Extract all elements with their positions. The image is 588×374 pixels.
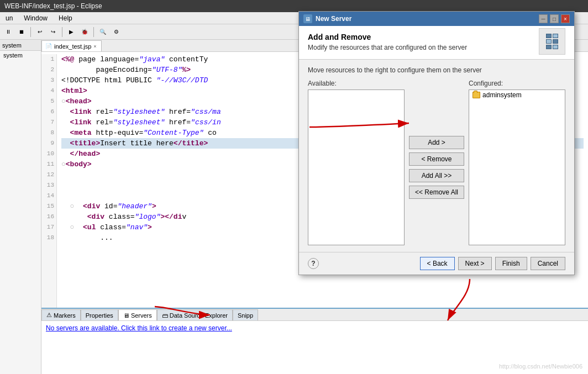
toolbar-btn-settings[interactable]: ⚙ <box>110 26 122 38</box>
finish-button[interactable]: Finish <box>495 257 527 270</box>
dialog-body: Move resources to the right to configure… <box>299 60 574 252</box>
tab-snippets[interactable]: Snipp <box>233 309 258 320</box>
configured-item-label: adminsystem <box>482 91 522 99</box>
folder-icon <box>473 92 480 98</box>
tab-datasource[interactable]: 🗃 Data Source Explorer <box>157 309 233 320</box>
toolbar-btn-stop[interactable]: ⏹ <box>15 26 28 38</box>
tab-markers-icon: ⚠ <box>46 312 52 319</box>
toolbar-separator <box>30 27 31 37</box>
add-all-button[interactable]: Add All >> <box>409 169 464 182</box>
configured-column: Configured: adminsystem <box>469 80 565 245</box>
tab-markers[interactable]: ⚠ Markers <box>41 309 81 320</box>
back-button[interactable]: < Back <box>420 257 455 270</box>
next-button[interactable]: Next > <box>458 257 492 270</box>
tab-close-btn[interactable]: × <box>93 44 96 49</box>
bottom-tabs: ⚠ Markers Properties 🖥 Servers 🗃 Data So… <box>41 309 588 321</box>
tab-markers-label: Markers <box>54 312 76 319</box>
create-server-link[interactable]: No servers are available. Click this lin… <box>46 324 232 332</box>
toolbar-separator-3 <box>93 27 94 37</box>
menu-window[interactable]: Window <box>20 13 51 23</box>
tab-file-icon: 📄 <box>45 43 52 49</box>
dialog-columns: Available: Add > < Remove Add All >> << … <box>308 80 565 245</box>
tab-servers[interactable]: 🖥 Servers <box>118 309 157 320</box>
dialog-minimize-btn[interactable]: ─ <box>539 14 548 23</box>
watermark: http://blog.csdn.net/Newbie006 <box>499 363 582 370</box>
tab-filename: index_test.jsp <box>54 43 91 50</box>
dialog-controls: ─ □ × <box>539 14 570 23</box>
tab-servers-label: Servers <box>131 312 152 319</box>
center-buttons: Add > < Remove Add All >> << Remove All <box>409 80 464 245</box>
sidebar-label: system <box>2 42 22 49</box>
toolbar-btn-run[interactable]: ▶ <box>65 26 77 38</box>
available-listbox[interactable] <box>308 89 405 245</box>
dialog-instruction: Move resources to the right to configure… <box>308 66 565 74</box>
toolbar-btn-forward[interactable]: ↪ <box>47 26 59 38</box>
cancel-button[interactable]: Cancel <box>531 257 565 270</box>
configured-label: Configured: <box>469 80 565 87</box>
available-label: Available: <box>308 80 405 87</box>
tab-properties-label: Properties <box>86 312 113 319</box>
available-column: Available: <box>308 80 405 245</box>
menu-un[interactable]: un <box>2 13 16 23</box>
sidebar-header: system <box>0 40 41 51</box>
sidebar: system system <box>0 40 41 374</box>
dialog-maximize-btn[interactable]: □ <box>550 14 559 23</box>
tab-servers-icon: 🖥 <box>123 312 129 319</box>
toolbar-btn-debug[interactable]: 🐞 <box>78 26 91 38</box>
editor-tab-index[interactable]: 📄 index_test.jsp × <box>41 40 102 51</box>
dialog-server-icon: 🖥 <box>303 14 312 23</box>
dialog-title-text: New Server <box>316 15 351 23</box>
toolbar-btn-pause[interactable]: ⏸ <box>2 26 14 38</box>
bottom-content: No servers are available. Click this lin… <box>41 321 588 335</box>
dialog-titlebar: 🖥 New Server ─ □ × <box>299 12 574 26</box>
tab-snippets-label: Snipp <box>238 312 253 319</box>
dialog-footer: ? < Back Next > Finish Cancel <box>299 252 574 275</box>
ide-window: WEB-INF/index_test.jsp - Eclipse un Wind… <box>0 0 588 374</box>
dialog-header-desc: Modify the resources that are configured… <box>308 44 467 51</box>
help-button[interactable]: ? <box>308 258 319 269</box>
toolbar-btn-search[interactable]: 🔍 <box>97 26 109 38</box>
toolbar-btn-back[interactable]: ↩ <box>34 26 46 38</box>
configured-listbox[interactable]: adminsystem <box>469 89 565 245</box>
remove-all-button[interactable]: << Remove All <box>409 186 464 199</box>
configured-item-adminsystem[interactable]: adminsystem <box>469 90 565 100</box>
menu-help[interactable]: Help <box>55 13 76 23</box>
dialog-title-left: 🖥 New Server <box>303 14 351 23</box>
sidebar-item-system[interactable]: system <box>0 51 41 60</box>
add-button[interactable]: Add > <box>409 136 464 149</box>
title-bar: WEB-INF/index_test.jsp - Eclipse <box>0 0 588 12</box>
dialog-close-btn[interactable]: × <box>561 14 570 23</box>
tab-datasource-icon: 🗃 <box>162 312 168 319</box>
toolbar-separator-2 <box>62 27 62 37</box>
dialog-header-server-image <box>539 28 565 55</box>
title-bar-text: WEB-INF/index_test.jsp - Eclipse <box>4 2 102 10</box>
remove-button[interactable]: < Remove <box>409 152 464 166</box>
dialog-footer-right: < Back Next > Finish Cancel <box>420 257 565 270</box>
tab-properties[interactable]: Properties <box>81 309 118 320</box>
tab-datasource-label: Data Source Explorer <box>170 312 228 319</box>
dialog-header: Add and Remove Modify the resources that… <box>299 26 574 60</box>
dialog-header-title: Add and Remove <box>308 33 467 41</box>
new-server-dialog: 🖥 New Server ─ □ × Add and Remove Modify… <box>298 11 575 275</box>
